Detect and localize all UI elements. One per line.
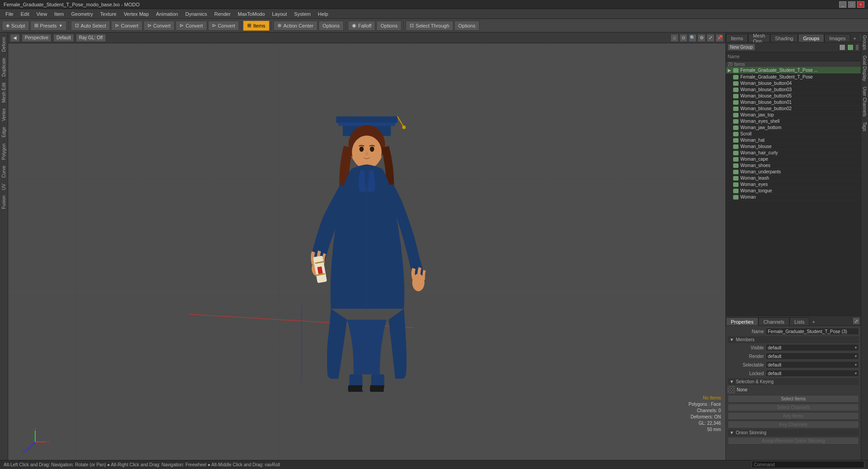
- prop-expand-btn[interactable]: ⤢: [853, 317, 860, 325]
- menu-dynamics[interactable]: Dynamics: [182, 10, 211, 18]
- list-item[interactable]: Woman_tongue: [726, 188, 861, 194]
- assign-remove-onion-button[interactable]: Assign/Remove Onion Skinning: [728, 437, 859, 445]
- menu-item[interactable]: Item: [51, 10, 67, 18]
- list-item[interactable]: Woman_eyes_shell: [726, 118, 861, 125]
- items-button[interactable]: ⊞ Items: [243, 21, 269, 31]
- group-visibility[interactable]: [733, 68, 739, 73]
- sculpt-button[interactable]: ◈ Sculpt: [2, 21, 29, 31]
- select-channels-button[interactable]: Select Channels: [728, 404, 859, 411]
- sidebar-uv[interactable]: UV: [0, 181, 7, 193]
- tab-channels[interactable]: Channels: [758, 317, 789, 325]
- name-input[interactable]: [766, 328, 859, 335]
- item-visibility[interactable]: [733, 125, 739, 130]
- menu-layout[interactable]: Layout: [268, 10, 291, 18]
- list-item[interactable]: Woman_blouse_button04: [726, 80, 861, 87]
- item-visibility[interactable]: [733, 75, 739, 79]
- item-visibility[interactable]: [733, 94, 739, 98]
- menu-vertex-map[interactable]: Vertex Map: [120, 10, 152, 18]
- edge-tab-groups[interactable]: Groups: [861, 33, 868, 53]
- convert1-button[interactable]: ⊳ Convert: [111, 21, 143, 31]
- item-visibility[interactable]: [733, 100, 739, 105]
- item-visibility[interactable]: [733, 195, 739, 200]
- nav-search[interactable]: 🔍: [688, 34, 697, 42]
- tab-lists[interactable]: Lists: [790, 317, 810, 325]
- list-item[interactable]: Woman_blouse: [726, 144, 861, 150]
- item-visibility[interactable]: [733, 176, 739, 181]
- sidebar-fusion[interactable]: Fusion: [0, 193, 7, 212]
- item-visibility[interactable]: [733, 81, 739, 86]
- menu-view[interactable]: View: [33, 10, 51, 18]
- perspective-button[interactable]: Perspective: [22, 34, 51, 42]
- item-visibility[interactable]: [733, 113, 739, 117]
- options3-button[interactable]: Options: [454, 21, 480, 31]
- item-visibility[interactable]: [733, 144, 739, 149]
- convert3-button[interactable]: ⊳ Convert: [175, 21, 207, 31]
- viewport-3d[interactable]: No Items Polygons : Face Channels: 0 Def…: [8, 43, 725, 460]
- list-item[interactable]: Scroll: [726, 131, 861, 137]
- tab-properties[interactable]: Properties: [726, 317, 758, 325]
- item-visibility[interactable]: [733, 170, 739, 174]
- list-item[interactable]: Woman_underpants: [726, 169, 861, 175]
- nav-pin[interactable]: 📌: [716, 34, 724, 42]
- tab-shading[interactable]: Shading: [770, 34, 798, 42]
- new-group-button[interactable]: New Group: [728, 44, 755, 51]
- nav-expand[interactable]: ⤢: [706, 34, 715, 42]
- tab-images[interactable]: Images: [824, 34, 850, 42]
- tab-mesh-ops[interactable]: Mesh Ops: [748, 34, 770, 42]
- menu-file[interactable]: File: [2, 10, 17, 18]
- key-channels-button[interactable]: Key Channels: [728, 421, 859, 428]
- item-visibility[interactable]: [733, 119, 739, 124]
- list-item[interactable]: Woman_blouse_button05: [726, 93, 861, 99]
- list-item[interactable]: Woman_hair_curly: [726, 150, 861, 156]
- minimize-button[interactable]: _: [839, 1, 846, 8]
- close-button[interactable]: ×: [857, 1, 864, 8]
- list-item[interactable]: Woman: [726, 194, 861, 200]
- render-dropdown[interactable]: default: [766, 353, 859, 360]
- sidebar-duplicate[interactable]: Duplicate: [0, 55, 7, 79]
- list-item[interactable]: Woman_blouse_button02: [726, 106, 861, 112]
- color-swatch-2[interactable]: [847, 44, 854, 51]
- sidebar-curve[interactable]: Curve: [0, 163, 7, 181]
- item-visibility[interactable]: [733, 107, 739, 111]
- menu-edit[interactable]: Edit: [17, 10, 33, 18]
- falloff-button[interactable]: ◉ Falloff: [348, 21, 376, 31]
- menu-animation[interactable]: Animation: [152, 10, 182, 18]
- list-item[interactable]: Woman_hat: [726, 137, 861, 144]
- tab-items[interactable]: Items: [726, 34, 748, 42]
- list-item[interactable]: Woman_jaw_top: [726, 112, 861, 118]
- items-options[interactable]: [855, 44, 859, 51]
- add-panel-tab[interactable]: +: [850, 35, 859, 42]
- item-visibility[interactable]: [733, 189, 739, 193]
- list-item[interactable]: Woman_leash: [726, 175, 861, 181]
- item-visibility[interactable]: [733, 182, 739, 187]
- menu-texture[interactable]: Texture: [97, 10, 120, 18]
- item-visibility[interactable]: [733, 157, 739, 162]
- menu-render[interactable]: Render: [211, 10, 234, 18]
- list-item[interactable]: Woman_blouse_button01: [726, 99, 861, 106]
- sidebar-polygon[interactable]: Polygon: [0, 141, 7, 163]
- visible-dropdown[interactable]: default: [766, 344, 859, 351]
- sidebar-deform[interactable]: Deform: [0, 34, 7, 55]
- select-through-button[interactable]: ⊡ Select Through: [406, 21, 453, 31]
- nav-settings[interactable]: ⚙: [697, 34, 706, 42]
- auto-select-button[interactable]: ⊡ Auto Select: [71, 21, 110, 31]
- menu-geometry[interactable]: Geometry: [68, 10, 97, 18]
- nav-zoom-fit[interactable]: ⊙: [679, 34, 688, 42]
- select-items-button[interactable]: Select Items: [728, 395, 859, 403]
- presets-button[interactable]: ⊞ Presets ▼: [30, 21, 67, 31]
- convert2-button[interactable]: ⊳ Convert: [143, 21, 175, 31]
- group-row[interactable]: ▶ Female_Graduate_Student_T_Pose ...: [726, 67, 861, 74]
- menu-maxtomodo[interactable]: MaxToModo: [234, 10, 268, 18]
- selectable-dropdown[interactable]: default: [766, 361, 859, 368]
- item-visibility[interactable]: [733, 151, 739, 155]
- list-item[interactable]: Woman_cape: [726, 156, 861, 163]
- sidebar-mesh-edit[interactable]: Mesh Edit: [0, 80, 7, 105]
- locked-dropdown[interactable]: default: [766, 370, 859, 377]
- edge-tab-user-channels[interactable]: User Channels: [861, 84, 868, 119]
- nav-home[interactable]: ⌂: [670, 34, 679, 42]
- sidebar-vertex[interactable]: Vertex: [0, 106, 7, 124]
- edge-tab-tags[interactable]: Tags: [861, 119, 868, 134]
- material-button[interactable]: Default: [53, 34, 74, 42]
- list-item[interactable]: Woman_shoes: [726, 163, 861, 169]
- item-visibility[interactable]: [733, 132, 739, 136]
